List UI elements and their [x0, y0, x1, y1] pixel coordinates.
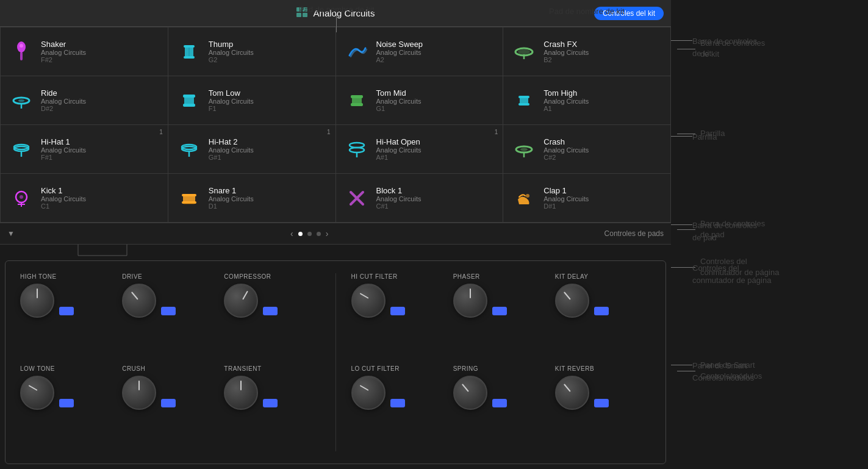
snare1-source: Analog Circuits — [209, 195, 254, 202]
callout-overlay: Barra de controlesde kit Parrilla Barra … — [671, 0, 868, 469]
kit-controls-button[interactable]: Controles del kit — [594, 7, 664, 20]
right-controls-section: HI CUT FILTER PHASER KIT DELAY — [351, 273, 651, 451]
hi-cut-filter-knob[interactable] — [351, 284, 386, 318]
annotations-container: Pad de nombre de kit Barra de controlesd… — [671, 0, 868, 469]
grid-cell-noise-sweep[interactable]: Noise Sweep Analog Circuits A2 — [336, 27, 504, 76]
hi-cut-filter-btn[interactable] — [390, 307, 405, 315]
page-dot-2[interactable] — [307, 232, 312, 236]
svg-rect-2 — [296, 13, 301, 17]
svg-point-15 — [18, 99, 24, 102]
grid-cell-hihat2[interactable]: 1 Hi-Hat 2 Analog Circuits G#1 — [168, 125, 336, 174]
page-dot-3[interactable] — [317, 232, 321, 236]
tom-high-name: Tom High — [543, 88, 589, 98]
transient-btn[interactable] — [263, 399, 278, 407]
chevron-down-icon[interactable]: ▼ — [7, 229, 15, 238]
hihat2-name: Hi-Hat 2 — [209, 137, 254, 146]
kit-delay-knob[interactable] — [555, 284, 589, 318]
tom-mid-name: Tom Mid — [376, 88, 421, 98]
thump-source: Analog Circuits — [209, 49, 254, 56]
next-page-arrow[interactable]: › — [326, 229, 329, 238]
ann-page-switcher-text: Controles delconmutador de página — [692, 262, 771, 286]
tom-mid-note: G1 — [376, 105, 421, 112]
tom-mid-icon — [343, 87, 370, 114]
noise-sweep-name: Noise Sweep — [376, 40, 423, 49]
hihat1-name: Hi-Hat 1 — [41, 137, 86, 146]
grid-cell-tom-high[interactable]: Tom High Analog Circuits A1 — [503, 76, 671, 125]
ann-smart-controls: Panel de SmartControls/módulos — [671, 360, 754, 384]
high-tone-knob[interactable] — [20, 284, 54, 318]
grid-cell-clap1[interactable]: Clap 1 Analog Circuits D#1 — [503, 174, 671, 223]
crash-icon — [511, 136, 537, 163]
prev-page-arrow[interactable]: ‹ — [290, 229, 293, 238]
spring-btn[interactable] — [492, 399, 507, 407]
kit-name-pad[interactable]: Analog Circuits — [296, 7, 375, 20]
svg-rect-0 — [296, 7, 301, 12]
lo-cut-filter-btn[interactable] — [390, 399, 405, 407]
grid-cell-snare1[interactable]: Snare 1 Analog Circuits D1 — [168, 174, 336, 223]
svg-rect-24 — [518, 96, 529, 98]
low-tone-knob[interactable] — [20, 376, 54, 410]
compressor-knob[interactable] — [224, 284, 258, 318]
grid-cell-crash-fx[interactable]: Crash FX Analog Circuits B2 — [503, 27, 671, 76]
crash-fx-icon — [511, 38, 537, 65]
grid-cell-shaker[interactable]: Shaker Analog Circuits F#2 — [1, 27, 168, 76]
crush-knob[interactable] — [122, 376, 156, 410]
kit-delay-control: KIT DELAY — [555, 273, 651, 359]
grid-cell-hihat1[interactable]: 1 Hi-Hat 1 Analog Circuits F#1 — [1, 125, 168, 174]
crush-control: CRUSH — [122, 365, 218, 451]
kit-reverb-btn[interactable] — [594, 399, 609, 407]
page-dot-1[interactable] — [298, 232, 303, 236]
svg-rect-22 — [351, 103, 363, 106]
svg-rect-5 — [20, 52, 23, 60]
drive-btn[interactable] — [161, 307, 176, 315]
compressor-btn[interactable] — [263, 307, 278, 315]
ride-name: Ride — [41, 88, 86, 98]
ann-kit-controls-bar-text: Barra de controlesde kit — [692, 35, 757, 59]
grid-cell-crash[interactable]: Crash Analog Circuits C#2 — [503, 125, 671, 174]
grid-cell-block1[interactable]: Block 1 Analog Circuits C#1 — [336, 174, 504, 223]
tom-high-icon — [511, 87, 537, 114]
phaser-btn[interactable] — [492, 307, 507, 315]
hihat-open-icon — [343, 136, 370, 163]
crash-fx-source: Analog Circuits — [543, 49, 589, 56]
kit-grid-icon — [296, 7, 309, 20]
snare1-note: D1 — [209, 202, 254, 210]
clap1-note: D#1 — [543, 202, 589, 210]
annotation-page-switcher-text: Controles delconmutador de página — [700, 256, 779, 278]
annotation-page-switcher: Controles delconmutador de página — [677, 256, 779, 278]
hihat1-source: Analog Circuits — [41, 146, 86, 154]
tom-high-source: Analog Circuits — [543, 98, 589, 105]
phaser-knob[interactable] — [453, 284, 487, 318]
ride-note: D#2 — [41, 105, 86, 112]
grid-cell-kick1[interactable]: Kick 1 Analog Circuits C1 — [1, 174, 168, 223]
grid-cell-tom-low[interactable]: Tom Low Analog Circuits F1 — [168, 76, 336, 125]
ann-parrilla-text: Parrilla — [692, 131, 717, 143]
annotation-smart-controls: Panel de SmartControls/módulos — [677, 360, 762, 382]
grid-cell-thump[interactable]: Thump Analog Circuits G2 — [168, 27, 336, 76]
transient-knob[interactable] — [224, 376, 258, 410]
high-tone-btn[interactable] — [59, 307, 74, 315]
low-tone-control: LOW TONE — [20, 365, 116, 451]
svg-rect-44 — [182, 201, 196, 204]
noise-sweep-icon — [343, 38, 370, 65]
grid-cell-ride[interactable]: Ride Analog Circuits D#2 — [1, 76, 168, 125]
annotation-grid: Parrilla — [677, 128, 725, 139]
crash-fx-note: B2 — [543, 56, 589, 63]
lo-cut-filter-knob[interactable] — [351, 376, 386, 410]
drive-knob[interactable] — [122, 284, 156, 318]
spring-knob[interactable] — [453, 376, 487, 410]
kit-reverb-control: KIT REVERB — [555, 365, 651, 451]
shaker-name: Shaker — [41, 40, 86, 49]
hihat2-icon — [176, 136, 203, 163]
low-tone-btn[interactable] — [59, 399, 74, 407]
kit-delay-btn[interactable] — [594, 307, 609, 315]
high-tone-label: HIGH TONE — [20, 273, 57, 280]
crush-btn[interactable] — [161, 399, 176, 407]
annotation-pad-controls-bar: Barra de controlesde pad — [677, 218, 765, 240]
header-bar: Analog Circuits Controles del kit — [0, 0, 671, 27]
thump-icon — [176, 38, 203, 65]
kit-name-label: Analog Circuits — [314, 8, 375, 18]
grid-cell-hihat-open[interactable]: 1 Hi-Hat Open Analog Circuits A#1 — [336, 125, 504, 174]
grid-cell-tom-mid[interactable]: Tom Mid Analog Circuits G1 — [336, 76, 504, 125]
kit-reverb-knob[interactable] — [555, 376, 589, 410]
